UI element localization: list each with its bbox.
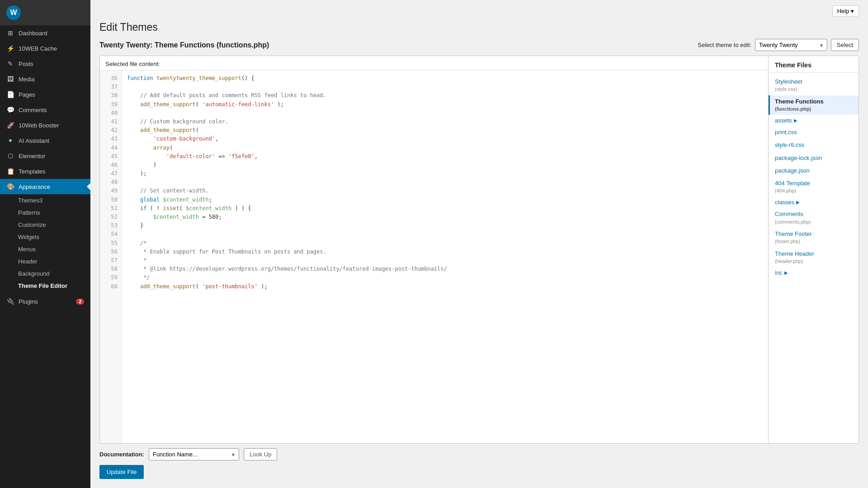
file-folder-classes[interactable]: classes	[769, 197, 859, 208]
sub-label: Widgets	[18, 234, 39, 240]
file-item-stylesheet[interactable]: Stylesheet (style.css)	[769, 75, 859, 95]
sidebar-item-label: Plugins	[19, 298, 38, 305]
plugins-badge: 2	[76, 299, 84, 305]
editor-layout: Selected file content: 36373839 40414243…	[99, 56, 859, 444]
sidebar-item-label: 10Web Booster	[19, 122, 59, 129]
theme-files-list: Stylesheet (style.css) Theme Functions (…	[769, 73, 859, 443]
sidebar-item-comments[interactable]: 💬 Comments	[0, 102, 90, 117]
page-title: Edit Themes	[99, 21, 859, 33]
booster-icon: 🚀	[6, 121, 14, 129]
sidebar-item-elementor[interactable]: ⬡ Elementor	[0, 148, 90, 164]
plugins-icon: 🔌	[6, 297, 14, 305]
sidebar-item-label: Dashboard	[19, 30, 47, 37]
theme-select-wrapper: Twenty Twenty	[755, 39, 827, 51]
file-folder-assets[interactable]: assets	[769, 115, 859, 126]
main-content: Help ▾ Edit Themes Twenty Twenty: Theme …	[90, 0, 868, 488]
file-item-print-css[interactable]: print.css	[769, 126, 859, 139]
appearance-icon: 🎨	[6, 183, 14, 191]
sidebar-sub-customize[interactable]: Customize	[0, 219, 90, 231]
dashboard-icon: ⊞	[6, 29, 14, 37]
sidebar-item-dashboard[interactable]: ⊞ Dashboard	[0, 25, 90, 41]
file-item-style-rtl[interactable]: style-rtl.css	[769, 139, 859, 151]
theme-files-title: Theme Files	[769, 56, 859, 73]
cache-icon: ⚡	[6, 44, 14, 52]
sidebar-item-ai[interactable]: ✦ AI Assistant	[0, 133, 90, 148]
ai-icon: ✦	[6, 136, 14, 145]
sidebar-item-plugins[interactable]: 🔌 Plugins 2	[0, 294, 90, 309]
sidebar-sub-menus[interactable]: Menus	[0, 243, 90, 255]
sidebar-item-booster[interactable]: 🚀 10Web Booster	[0, 117, 90, 133]
comments-icon: 💬	[6, 106, 14, 114]
sidebar-item-10web-cache[interactable]: ⚡ 10WEB Cache	[0, 41, 90, 56]
code-editor[interactable]: 36373839 40414243 44454647 48495051 5253…	[100, 70, 768, 443]
file-item-theme-functions[interactable]: Theme Functions (functions.php)	[769, 95, 859, 115]
lookup-button[interactable]: Look Up	[244, 448, 277, 460]
sidebar-sub-themes[interactable]: Themes 3	[0, 194, 90, 206]
sidebar-item-label: Posts	[19, 61, 33, 67]
editor-header: Twenty Twenty: Theme Functions (function…	[99, 39, 859, 51]
file-item-theme-header[interactable]: Theme Header (header.php)	[769, 248, 859, 267]
sidebar-item-posts[interactable]: ✎ Posts	[0, 56, 90, 71]
line-numbers: 36373839 40414243 44454647 48495051 5253…	[100, 70, 122, 443]
sidebar-item-label: Media	[19, 76, 34, 83]
theme-selector-label: Select theme to edit:	[698, 42, 751, 48]
sidebar-sub-patterns[interactable]: Patterns	[0, 206, 90, 219]
file-title: Twenty Twenty: Theme Functions (function…	[99, 41, 269, 49]
code-content[interactable]: function twentytwenty_theme_support() { …	[122, 70, 768, 443]
doc-select-wrapper: Function Name...	[149, 448, 239, 460]
update-file-button[interactable]: Update File	[99, 465, 144, 479]
sub-label: Background	[18, 270, 49, 277]
documentation-label: Documentation:	[99, 451, 144, 458]
sidebar: W ⊞ Dashboard ⚡ 10WEB Cache ✎ Posts 🖼 Me…	[0, 0, 90, 488]
sub-label: Menus	[18, 246, 36, 253]
sidebar-sub-theme-file-editor[interactable]: Theme File Editor	[0, 280, 90, 292]
sidebar-item-label: 10WEB Cache	[19, 45, 57, 52]
documentation-row: Documentation: Function Name... Look Up	[99, 448, 859, 460]
sidebar-logo: W	[0, 0, 90, 25]
file-item-package-lock[interactable]: package-lock.json	[769, 152, 859, 164]
sidebar-item-label: Comments	[19, 107, 47, 113]
themes-badge: 3	[39, 197, 42, 204]
theme-files-panel: Theme Files Stylesheet (style.css) Theme…	[768, 56, 859, 443]
pages-icon: 📄	[6, 90, 14, 99]
theme-select-dropdown[interactable]: Twenty Twenty	[755, 39, 827, 51]
sidebar-item-label: AI Assistant	[19, 137, 49, 144]
theme-selector: Select theme to edit: Twenty Twenty Sele…	[698, 39, 859, 51]
sidebar-sub-widgets[interactable]: Widgets	[0, 231, 90, 243]
sub-label: Theme File Editor	[18, 282, 67, 289]
sub-label: Themes	[18, 197, 39, 204]
doc-select[interactable]: Function Name...	[149, 448, 239, 460]
sidebar-item-templates[interactable]: 📋 Templates	[0, 164, 90, 179]
sidebar-item-label: Appearance	[19, 183, 50, 190]
templates-icon: 📋	[6, 167, 14, 175]
sub-label: Patterns	[18, 209, 40, 216]
wp-logo-icon: W	[6, 5, 21, 20]
sidebar-item-label: Elementor	[19, 153, 45, 160]
topbar: Help ▾	[90, 0, 868, 17]
file-item-404-template[interactable]: 404 Template (404.php)	[769, 177, 859, 197]
file-item-theme-footer[interactable]: Theme Footer (footer.php)	[769, 228, 859, 248]
content-area: Edit Themes Twenty Twenty: Theme Functio…	[90, 17, 868, 488]
file-folder-inc[interactable]: inc	[769, 267, 859, 278]
code-area: Selected file content: 36373839 40414243…	[100, 56, 768, 443]
help-button[interactable]: Help ▾	[832, 5, 859, 17]
bottom-section: Documentation: Function Name... Look Up …	[99, 444, 859, 479]
elementor-icon: ⬡	[6, 152, 14, 160]
sidebar-sub-background[interactable]: Background	[0, 267, 90, 280]
sub-label: Header	[18, 258, 38, 265]
sidebar-item-label: Pages	[19, 91, 35, 98]
media-icon: 🖼	[6, 75, 14, 83]
file-item-package-json[interactable]: package.json	[769, 164, 859, 177]
selected-file-label: Selected file content:	[100, 56, 768, 70]
sidebar-item-pages[interactable]: 📄 Pages	[0, 87, 90, 102]
sidebar-sub-header[interactable]: Header	[0, 255, 90, 267]
sidebar-item-media[interactable]: 🖼 Media	[0, 71, 90, 87]
posts-icon: ✎	[6, 60, 14, 68]
sidebar-item-label: Templates	[19, 168, 45, 175]
sidebar-item-appearance[interactable]: 🎨 Appearance	[0, 179, 90, 194]
file-item-comments[interactable]: Comments (comments.php)	[769, 208, 859, 228]
theme-select-button[interactable]: Select	[831, 39, 859, 51]
sub-label: Customize	[18, 221, 46, 228]
